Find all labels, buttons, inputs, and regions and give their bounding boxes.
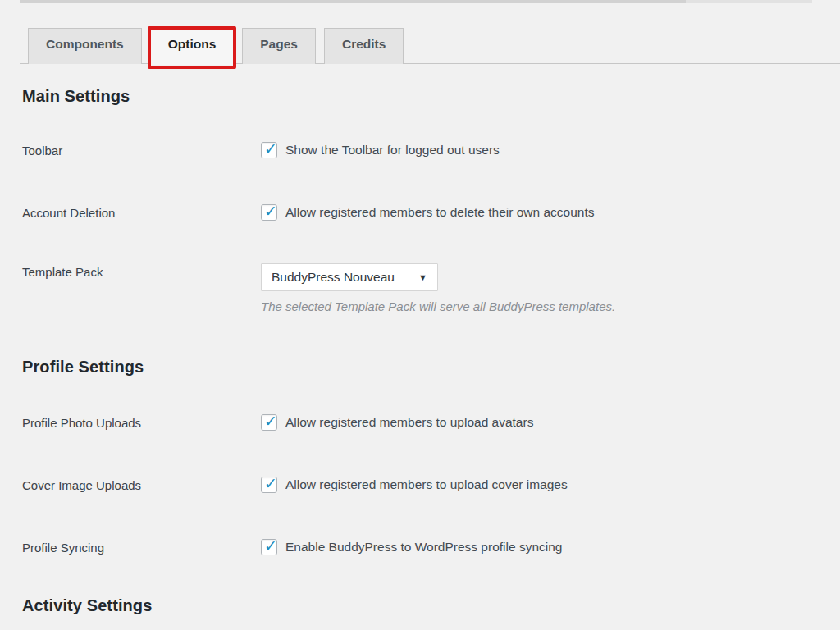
chevron-down-icon: ▼	[418, 272, 427, 282]
select-value: BuddyPress Nouveau	[272, 270, 395, 285]
setting-row-account-deletion: Account Deletion ✓ Allow registered memb…	[22, 204, 840, 221]
check-icon: ✓	[264, 413, 277, 429]
tab-options[interactable]: Options	[150, 28, 235, 65]
account-deletion-checkbox-option[interactable]: ✓ Allow registered members to delete the…	[261, 204, 595, 221]
checkbox-label-text: Allow registered members to delete their…	[285, 205, 595, 220]
settings-content: Main Settings Toolbar ✓ Show the Toolbar…	[0, 87, 840, 615]
tab-components[interactable]: Components	[28, 28, 142, 64]
checkbox-checked[interactable]: ✓	[261, 477, 277, 493]
settings-tab-bar: ComponentsOptionsPagesCredits	[20, 27, 840, 64]
top-edge-strip-dark	[20, 0, 686, 3]
toolbar-checkbox-option[interactable]: ✓ Show the Toolbar for logged out users	[261, 142, 500, 158]
checkbox-label-text: Allow registered members to upload cover…	[285, 477, 568, 492]
top-edge-strip-light	[686, 0, 812, 3]
check-icon: ✓	[264, 203, 277, 219]
setting-label: Profile Syncing	[22, 539, 261, 555]
section-heading-activity-settings: Activity Settings	[22, 596, 840, 615]
checkbox-label-text: Allow registered members to upload avata…	[285, 415, 533, 430]
setting-row-template-pack: Template Pack BuddyPress Nouveau ▼ The s…	[22, 263, 840, 313]
template-pack-select[interactable]: BuddyPress Nouveau ▼	[261, 263, 438, 291]
setting-label: Profile Photo Uploads	[22, 414, 261, 430]
checkbox-checked[interactable]: ✓	[261, 204, 277, 221]
setting-label: Toolbar	[22, 142, 261, 158]
checkbox-checked[interactable]: ✓	[261, 142, 277, 158]
section-heading-main-settings: Main Settings	[22, 87, 840, 106]
setting-label: Cover Image Uploads	[22, 477, 261, 492]
tab-credits[interactable]: Credits	[324, 28, 404, 64]
checkbox-label-text: Enable BuddyPress to WordPress profile s…	[285, 540, 562, 555]
checkbox-checked[interactable]: ✓	[261, 539, 277, 555]
setting-row-profile-photo-uploads: Profile Photo Uploads ✓ Allow registered…	[22, 414, 840, 431]
checkbox-checked[interactable]: ✓	[261, 414, 277, 431]
tab-pages[interactable]: Pages	[242, 28, 316, 64]
setting-row-toolbar: Toolbar ✓ Show the Toolbar for logged ou…	[22, 142, 840, 158]
profile-photo-checkbox-option[interactable]: ✓ Allow registered members to upload ava…	[261, 414, 533, 431]
check-icon: ✓	[264, 538, 277, 554]
cover-image-checkbox-option[interactable]: ✓ Allow registered members to upload cov…	[261, 477, 568, 493]
profile-syncing-checkbox-option[interactable]: ✓ Enable BuddyPress to WordPress profile…	[261, 539, 562, 555]
setting-label: Account Deletion	[22, 204, 261, 220]
checkbox-label-text: Show the Toolbar for logged out users	[285, 143, 500, 158]
check-icon: ✓	[264, 476, 277, 491]
setting-row-profile-syncing: Profile Syncing ✓ Enable BuddyPress to W…	[22, 539, 840, 555]
tab-options-label: Options	[168, 37, 217, 51]
setting-label: Template Pack	[22, 263, 261, 279]
template-pack-note: The selected Template Pack will serve al…	[261, 299, 840, 313]
section-heading-profile-settings: Profile Settings	[22, 358, 840, 377]
setting-row-cover-image-uploads: Cover Image Uploads ✓ Allow registered m…	[22, 477, 840, 493]
check-icon: ✓	[264, 141, 277, 157]
